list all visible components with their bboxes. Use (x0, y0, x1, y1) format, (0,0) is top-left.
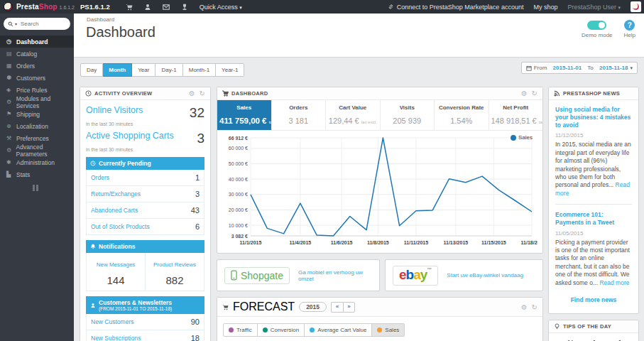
tab-year[interactable]: Year (132, 63, 155, 77)
sidebar-item-localization[interactable]: ⊕Localization (0, 120, 74, 132)
forecast-next-button[interactable]: » (343, 302, 355, 313)
sidebar-item-price-rules[interactable]: ◈Price Rules (0, 84, 74, 96)
panel-refresh-icon[interactable]: ↻ (532, 90, 537, 97)
panel-settings-icon[interactable]: ⚙ (189, 90, 195, 97)
svg-text:11/13/2015: 11/13/2015 (444, 240, 469, 245)
prestashop-logo-icon[interactable] (4, 2, 13, 11)
sales-chart: 3 082 €10 000 €20 000 €30 000 €40 000 €5… (222, 132, 537, 247)
shopgate-logo[interactable]: Shopgate (224, 267, 290, 284)
chevron-down-icon: ▾ (239, 5, 242, 10)
cart-icon[interactable] (126, 4, 133, 11)
quick-access-menu[interactable]: Quick Access ▾ (200, 4, 242, 11)
product-reviews-link[interactable]: Product Reviews (153, 261, 196, 268)
ebay-link[interactable]: Start uw eBay-winkel vandaag (447, 272, 523, 278)
employee-icon[interactable] (144, 4, 151, 11)
brand-name[interactable]: PrestaShop (16, 3, 58, 11)
tab-month[interactable]: Month (103, 63, 132, 77)
sidebar-item-stats[interactable]: ▙Stats (0, 168, 74, 180)
sidebar-search[interactable]: ▾ (4, 18, 70, 30)
new-messages-cell: New Messages144 (87, 253, 145, 291)
my-shop-link[interactable]: My shop (533, 4, 557, 11)
user-avatar[interactable] (631, 1, 641, 12)
svg-text:11/15/2015: 11/15/2015 (481, 240, 506, 245)
panel-refresh-icon[interactable]: ↻ (200, 90, 205, 97)
orders-link[interactable]: Orders (91, 174, 109, 181)
bell-icon (90, 244, 96, 249)
sidebar-item-modules[interactable]: ⚙Modules and Services (0, 96, 74, 108)
marketplace-connect-link[interactable]: Connect to PrestaShop Marketplace accoun… (388, 4, 524, 11)
shopgate-phone-icon (231, 270, 237, 281)
forecast-year[interactable]: 2015 (299, 302, 327, 312)
help-icon[interactable]: ? (624, 20, 635, 31)
metric-net-profit[interactable]: Net Profit148 918,51 € tax excl. (489, 100, 543, 130)
conversion-dot-icon (263, 328, 268, 332)
messages-icon[interactable] (163, 4, 170, 11)
metric-visits[interactable]: Visits205 939 (381, 100, 435, 130)
ebay-logo[interactable]: ebay™ (393, 266, 438, 286)
tab-year-minus-1[interactable]: Year-1 (216, 63, 244, 77)
online-visitors-link[interactable]: Online Visitors (86, 105, 143, 115)
new-subscriptions-link[interactable]: New Subscriptions (91, 335, 141, 341)
page-header: Dashboard Dashboard Demo mode ? Help (74, 13, 644, 58)
tab-day-minus-1[interactable]: Day-1 (155, 63, 182, 77)
sidebar-item-dashboard[interactable]: ◷Dashboard (0, 36, 74, 48)
search-scope-caret-icon[interactable]: ▾ (15, 21, 17, 26)
forecast-toggle-sales[interactable]: Sales (372, 323, 405, 337)
sidebar-item-advanced-parameters[interactable]: ⚙Advanced Parameters (0, 144, 74, 156)
svg-text:11/1/2015: 11/1/2015 (240, 240, 262, 245)
forecast-prev-button[interactable]: « (331, 302, 343, 313)
period-toolbar: Day Month Year Day-1 Month-1 Year-1 From… (80, 62, 638, 76)
forecast-toggle-conversion[interactable]: Conversion (258, 323, 305, 337)
news-date: 11/05/2015 (555, 230, 632, 237)
sidebar-item-shipping[interactable]: ⚑Shipping (0, 108, 74, 120)
demo-mode-control: Demo mode (582, 19, 613, 38)
page-title: Dashboard (86, 24, 155, 40)
metric-cart-value[interactable]: Cart Value129,44 € tax excl. (326, 100, 381, 130)
panel-settings-icon[interactable]: ⚙ (521, 304, 528, 310)
sidebar-collapse-handle[interactable] (33, 185, 39, 191)
shopgate-banner: Shopgate Ga mobiel en verhoog uw omzet (217, 259, 380, 291)
sidebar-item-orders[interactable]: ▦Orders (0, 60, 74, 72)
new-customers-link[interactable]: New Customers (91, 318, 133, 325)
date-range-picker[interactable]: From 2015-11-01 To 2015-11-18 ▾ (521, 62, 638, 74)
forecast-toggle-avg-cart-value[interactable]: Average Cart Value (305, 323, 372, 337)
find-more-news-link[interactable]: Find more news (555, 296, 632, 303)
out-of-stock-link[interactable]: Out of Stock Products (91, 223, 150, 230)
svg-text:40 000 €: 40 000 € (229, 177, 248, 182)
dashboard-cart-icon (222, 90, 229, 97)
forecast-toggle-traffic[interactable]: Traffic (223, 323, 258, 337)
active-carts-link[interactable]: Active Shopping Carts (86, 131, 174, 141)
panel-refresh-icon[interactable]: ↻ (532, 304, 537, 310)
metric-orders[interactable]: Orders3 181 (272, 100, 327, 130)
sidebar-item-catalog[interactable]: ▤Catalog (0, 48, 74, 60)
tab-month-minus-1[interactable]: Month-1 (183, 63, 216, 77)
sidebar-item-preferences[interactable]: ⚒Preferences (0, 132, 74, 144)
news-headline[interactable]: Using social media for your business: 4 … (555, 106, 632, 129)
sidebar-item-administration[interactable]: ✱Administration (0, 156, 74, 168)
chart-legend-sales[interactable]: Sales (511, 134, 533, 141)
news-headline[interactable]: Ecommerce 101: Payments in a Tweet (555, 211, 632, 227)
tab-day[interactable]: Day (80, 63, 103, 77)
search-input[interactable] (21, 21, 58, 27)
metric-conversion-rate[interactable]: Conversion Rate1.54% (435, 100, 489, 130)
breadcrumb[interactable]: Dashboard (87, 16, 114, 23)
shopgate-link[interactable]: Ga mobiel en verhoog uw omzet (298, 269, 372, 282)
trophy-icon[interactable] (181, 4, 188, 11)
traffic-dot-icon (229, 328, 234, 332)
svg-text:20 000 €: 20 000 € (229, 207, 248, 212)
abandoned-carts-link[interactable]: Abandoned Carts (91, 207, 138, 214)
read-more-link[interactable]: Read more (599, 279, 629, 286)
returns-link[interactable]: Return/Exchanges (91, 190, 141, 197)
new-messages-link[interactable]: New Messages (97, 261, 136, 268)
panel-settings-icon[interactable]: ⚙ (521, 90, 528, 97)
sidebar-item-customers[interactable]: ⚉Customers (0, 72, 74, 84)
pending-row-out-of-stock: Out of Stock Products6 (86, 219, 204, 235)
dashboard-panel-title: DASHBOARD (231, 90, 268, 97)
forecast-panel: FORECAST 2015 « » ⚙↻ Traffic Conversion … (217, 297, 543, 341)
user-menu[interactable]: PrestaShop User ▾ (567, 4, 621, 11)
svg-text:66 912 €: 66 912 € (229, 136, 248, 141)
metric-sales[interactable]: Sales411 759,00 € tax excl. (217, 100, 272, 130)
divider (555, 204, 632, 205)
news-panel-title: PRESTASHOP NEWS (563, 90, 620, 97)
demo-mode-toggle[interactable] (587, 21, 606, 30)
